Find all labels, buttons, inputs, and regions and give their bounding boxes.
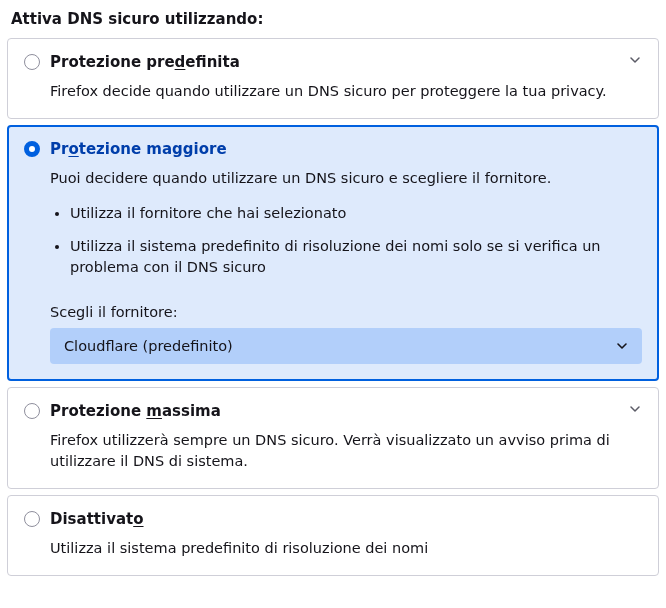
dns-options-group: Protezione predefinita Firefox decide qu… [7, 38, 659, 576]
option-off[interactable]: Disattivato Utilizza il sistema predefin… [7, 495, 659, 576]
option-description: Firefox utilizzerà sempre un DNS sicuro.… [50, 430, 642, 472]
option-default-protection[interactable]: Protezione predefinita Firefox decide qu… [7, 38, 659, 119]
radio-off[interactable] [24, 511, 40, 527]
option-increased-protection[interactable]: Protezione maggiore Puoi decidere quando… [7, 125, 659, 381]
chevron-down-icon [616, 340, 628, 352]
radio-increased[interactable] [24, 141, 40, 157]
list-item: Utilizza il sistema predefinito di risol… [70, 236, 642, 278]
radio-default[interactable] [24, 54, 40, 70]
option-description: Firefox decide quando utilizzare un DNS … [50, 81, 642, 102]
radio-max[interactable] [24, 403, 40, 419]
option-title: Protezione predefinita [50, 53, 240, 71]
option-description: Puoi decidere quando utilizzare un DNS s… [50, 168, 642, 189]
section-heading: Attiva DNS sicuro utilizzando: [11, 10, 659, 28]
option-title: Protezione maggiore [50, 140, 227, 158]
chevron-down-icon[interactable] [628, 402, 642, 416]
option-max-protection[interactable]: Protezione massima Firefox utilizzerà se… [7, 387, 659, 489]
option-title: Disattivato [50, 510, 144, 528]
provider-selected-value: Cloudflare (predefinito) [64, 338, 233, 354]
provider-select[interactable]: Cloudflare (predefinito) [50, 328, 642, 364]
provider-label: Scegli il fornitore: [50, 304, 642, 320]
option-title: Protezione massima [50, 402, 221, 420]
chevron-down-icon[interactable] [628, 53, 642, 67]
option-description: Utilizza il sistema predefinito di risol… [50, 538, 642, 559]
list-item: Utilizza il fornitore che hai selezionat… [70, 203, 642, 224]
option-bullets: Utilizza il fornitore che hai selezionat… [50, 203, 642, 278]
